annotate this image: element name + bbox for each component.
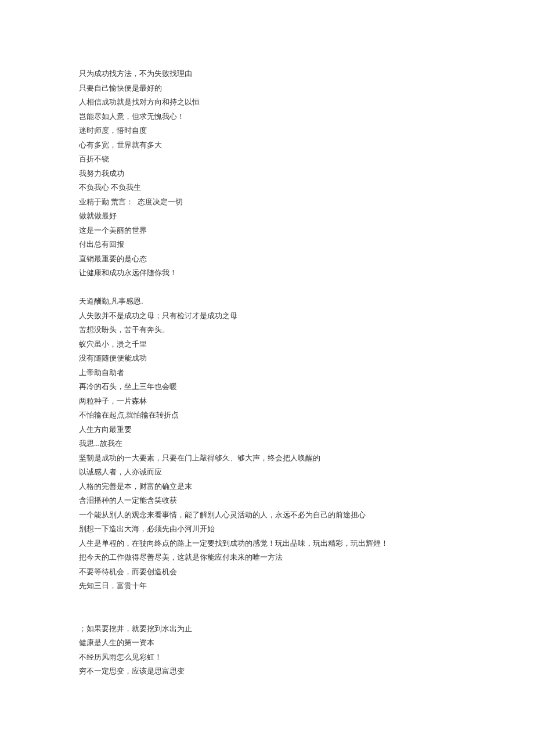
text-line: 只为成功找方法，不为失败找理由 bbox=[79, 67, 534, 81]
text-line: 人失败并不是成功之母；只有检讨才是成功之母 bbox=[79, 309, 534, 323]
text-line: 付出总有回报 bbox=[79, 237, 534, 252]
text-line: 健康是人生的第一资本 bbox=[79, 636, 534, 650]
text-line: 蚁穴虽小，溃之千里 bbox=[79, 337, 534, 352]
text-line: 含泪播种的人一定能含笑收获 bbox=[79, 494, 534, 508]
text-line: 心有多宽，世界就有多大 bbox=[79, 138, 534, 153]
text-line: 我思...故我在 bbox=[79, 437, 534, 451]
text-line: 再冷的石头，坐上三年也会暖 bbox=[79, 380, 534, 394]
text-line: 以诚感人者，人亦诚而应 bbox=[79, 465, 534, 480]
text-line: 直销最重要的是心态 bbox=[79, 252, 534, 267]
text-line: 先知三日，富贵十年 bbox=[79, 579, 534, 593]
text-line: 这是一个美丽的世界 bbox=[79, 224, 534, 238]
text-line: 我努力我成功 bbox=[79, 167, 534, 181]
text-line: 人相信成功就是找对方向和持之以恒 bbox=[79, 95, 534, 110]
text-line: 人生是单程的，在驶向终点的路上一定要找到成功的感觉！玩出品味，玩出精彩，玩出辉煌… bbox=[79, 537, 534, 551]
text-line: 坚韧是成功的一大要素，只要在门上敲得够久、够大声，终会把人唤醒的 bbox=[79, 451, 534, 466]
text-line: 苦想没盼头，苦干有奔头。 bbox=[79, 323, 534, 337]
text-line bbox=[79, 607, 534, 622]
document-body: 只为成功找方法，不为失败找理由只要自己愉快便是最好的人相信成功就是找对方向和持之… bbox=[79, 67, 534, 679]
text-line: 岂能尽如人意，但求无愧我心！ bbox=[79, 110, 534, 124]
text-line: 业精于勤 荒言： 态度决定一切 bbox=[79, 195, 534, 210]
text-line: 百折不铙 bbox=[79, 152, 534, 167]
text-line: 上帝助自助者 bbox=[79, 366, 534, 380]
text-line: 人生方向最重要 bbox=[79, 423, 534, 437]
text-line: 一个能从别人的观念来看事情，能了解别人心灵活动的人，永远不必为自己的前途担心 bbox=[79, 508, 534, 523]
text-line: 没有随随便便能成功 bbox=[79, 351, 534, 366]
text-line: 迷时师度，悟时自度 bbox=[79, 124, 534, 138]
text-line: 不负我心 不负我生 bbox=[79, 181, 534, 195]
text-line: ；如果要挖井，就要挖到水出为止 bbox=[79, 622, 534, 636]
text-line: 人格的完善是本，财富的确立是末 bbox=[79, 480, 534, 494]
text-line: 别想一下造出大海，必须先由小河川开始 bbox=[79, 522, 534, 537]
text-line: 穷不一定思变，应该是思富思变 bbox=[79, 664, 534, 679]
text-line: 不怕输在起点,就怕输在转折点 bbox=[79, 408, 534, 423]
text-line: 天道酬勤,凡事感恩. bbox=[79, 294, 534, 309]
text-line: 不经历风雨怎么见彩虹！ bbox=[79, 650, 534, 665]
text-line: 让健康和成功永远伴随你我！ bbox=[79, 266, 534, 280]
text-line: 不要等待机会，而要创造机会 bbox=[79, 565, 534, 579]
text-line: 只要自己愉快便是最好的 bbox=[79, 81, 534, 96]
text-line bbox=[79, 280, 534, 295]
text-line: 把今天的工作做得尽善尽美，这就是你能应付未来的唯一方法 bbox=[79, 550, 534, 565]
text-line: 两粒种子，一片森林 bbox=[79, 394, 534, 409]
text-line: 做就做最好 bbox=[79, 209, 534, 224]
text-line bbox=[79, 593, 534, 608]
